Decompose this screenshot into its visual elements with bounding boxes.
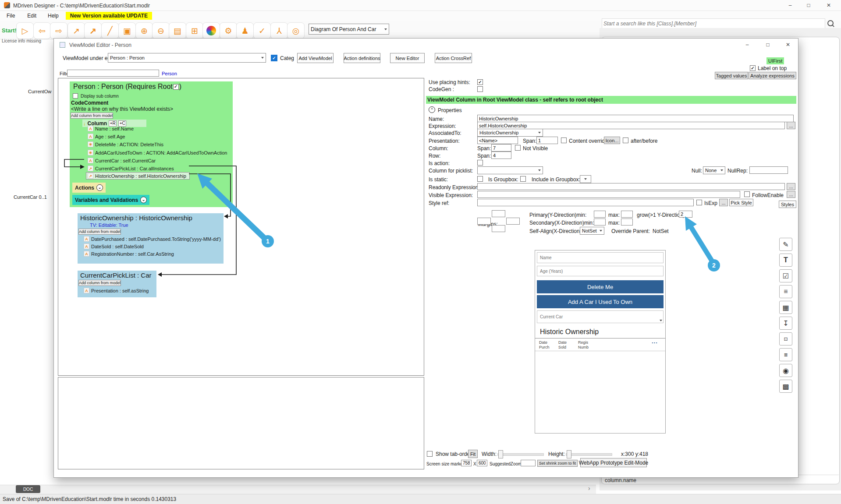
preview-current-car-input[interactable] xyxy=(537,310,664,323)
tree-row[interactable]: APresentation : self.asString xyxy=(84,288,149,293)
list-select-icon[interactable]: ≡ xyxy=(779,285,792,298)
calendar-icon[interactable]: ▦ xyxy=(779,301,792,314)
back-arrow-icon[interactable]: ⇦ xyxy=(33,22,51,39)
is-groupbox-checkbox[interactable] xyxy=(520,176,526,182)
tree-row[interactable]: AName : self.Name xyxy=(88,126,134,131)
scroll-right-icon[interactable]: › xyxy=(588,485,590,492)
readonly-ellipsis-button[interactable]: ... xyxy=(787,183,795,190)
self-align-select[interactable]: NotSet xyxy=(580,227,604,235)
preview-name-input[interactable] xyxy=(537,252,664,263)
fit-button[interactable]: Fit xyxy=(468,450,478,458)
codegen-checkbox[interactable] xyxy=(477,86,483,92)
minimize-button[interactable]: – xyxy=(783,1,798,10)
image-icon[interactable]: ▩ xyxy=(779,380,792,393)
presentation-span-field[interactable] xyxy=(536,137,558,144)
follow-enable-checkbox[interactable] xyxy=(744,191,750,197)
tagged-values-button[interactable]: Tagged values xyxy=(715,72,748,79)
include-groupbox-select[interactable] xyxy=(580,175,591,183)
nullrep-field[interactable] xyxy=(749,166,788,174)
analyze-expressions-button[interactable]: Analyze expressions xyxy=(749,72,796,79)
properties-collapse-icon[interactable]: ^ xyxy=(429,106,435,113)
diagram-selector[interactable]: Diagram Of Person And Car xyxy=(309,24,389,35)
icon-button[interactable]: Icon... xyxy=(604,137,620,144)
height-slider-thumb[interactable] xyxy=(567,450,571,458)
into-box-icon[interactable]: ⊡ xyxy=(779,332,792,345)
grow-field[interactable] xyxy=(679,211,692,218)
list-box-icon[interactable]: ≣ xyxy=(779,348,792,361)
height-slider-track[interactable] xyxy=(566,453,612,456)
tree-row[interactable]: AAge : self.Age xyxy=(88,134,125,139)
zoom-in-icon[interactable]: ⊕ xyxy=(135,22,153,39)
tree-row[interactable]: ACurrentCar : self.CurrentCar xyxy=(88,158,156,163)
window-run-icon[interactable]: ⊞ xyxy=(186,22,203,39)
chevron-down-icon[interactable] xyxy=(660,320,662,321)
screen-width-field[interactable] xyxy=(461,460,472,466)
action-definitions-button[interactable]: Action definitions xyxy=(344,53,380,63)
primary-max-field[interactable] xyxy=(621,211,633,218)
width-slider-track[interactable] xyxy=(497,453,544,456)
margin-right-field[interactable] xyxy=(506,218,520,225)
associatedto-select[interactable]: HistoricOwnership xyxy=(477,129,543,137)
add-viewmodel-button[interactable]: Add ViewModel xyxy=(297,53,334,63)
actions-expander[interactable]: Actions⌄ xyxy=(72,183,106,193)
preview-delete-button[interactable]: Delete Me xyxy=(537,280,664,293)
import-icon[interactable]: ↧ xyxy=(779,317,792,330)
add-column-from-model-button[interactable]: Add column from model xyxy=(71,113,113,119)
association-arrow-icon[interactable]: ↗ xyxy=(84,22,102,39)
start-label[interactable]: Start! xyxy=(2,27,17,34)
new-editor-button[interactable]: New Editor xyxy=(390,53,425,63)
is-action-checkbox[interactable] xyxy=(477,160,483,166)
isexp-checkbox[interactable] xyxy=(696,200,702,205)
tree-row[interactable]: ADatePurchased : self.DatePurchased.ToSt… xyxy=(84,236,221,242)
frame-pointer-icon[interactable]: ▣ xyxy=(118,22,136,39)
run-icon[interactable]: ▷ xyxy=(16,22,34,39)
historic-ownership-box[interactable]: HistoricOwnership : HistoricOwnership TV… xyxy=(78,213,224,264)
filter-input[interactable] xyxy=(67,70,159,77)
preview-row-menu-dots[interactable]: ... xyxy=(652,338,658,345)
row-span-field[interactable] xyxy=(491,152,511,159)
width-slider-thumb[interactable] xyxy=(498,450,503,458)
display-sub-column-checkbox[interactable] xyxy=(73,93,78,99)
filter-class-link[interactable]: Person xyxy=(162,71,177,76)
styles-button[interactable]: Styles xyxy=(779,201,796,208)
column-span-field[interactable] xyxy=(491,144,511,152)
person-link-icon[interactable]: ♟ xyxy=(236,22,254,39)
maximize-button[interactable]: □ xyxy=(801,1,816,10)
add-column-from-model-button[interactable]: Add column from model xyxy=(78,280,121,286)
tree-row[interactable]: ARegistrationNumber : self.Car.AsString xyxy=(84,251,174,257)
label-on-top-checkbox[interactable]: ✓ xyxy=(750,65,756,71)
update-banner[interactable]: New Version available UPDATE xyxy=(66,12,152,20)
globe-icon[interactable]: ◉ xyxy=(779,364,792,377)
variables-expander[interactable]: Variables and Validations⌄ xyxy=(72,195,149,205)
color-wheel-button[interactable] xyxy=(202,22,220,39)
action-crossref-button[interactable]: Action CrossRef xyxy=(435,53,472,63)
menu-edit[interactable]: Edit xyxy=(27,13,36,19)
expression-ellipsis-button[interactable]: ... xyxy=(787,122,795,129)
checkbox-icon[interactable]: ☑ xyxy=(779,269,792,282)
not-visible-checkbox[interactable] xyxy=(515,145,521,151)
tree-row[interactable]: ↗CurrentCarPickList : Car.allInstances xyxy=(88,166,174,171)
visible-ellipsis-button[interactable]: ... xyxy=(787,191,795,198)
screen-height-field[interactable] xyxy=(477,460,487,466)
column-for-picklist-select[interactable] xyxy=(477,166,543,174)
edit-icon[interactable]: ✎ xyxy=(779,238,792,251)
add-column-from-model-button[interactable]: Add column from model xyxy=(78,229,121,235)
viewmodel-root-box[interactable]: Person : Person (Requires Root✓) Display… xyxy=(70,81,233,207)
tree-row[interactable]: ✳DeleteMe : ACTION: DeleteThis xyxy=(88,141,163,147)
name-field[interactable] xyxy=(477,115,794,122)
suggested-zoom-field[interactable] xyxy=(521,460,536,466)
menu-file[interactable]: File xyxy=(7,13,15,19)
close-button[interactable]: ✕ xyxy=(821,1,836,10)
canvas-hscrollbar[interactable] xyxy=(0,485,596,495)
margin-top-field[interactable] xyxy=(492,210,505,217)
margin-bottom-field[interactable] xyxy=(492,225,505,232)
webapp-prototype-button[interactable]: WebApp Prototype Edit-Mode xyxy=(580,458,647,467)
pick-style-button[interactable]: Pick Style xyxy=(729,199,753,206)
hierarchy-icon[interactable]: ⅄ xyxy=(270,22,288,39)
preview-age-input[interactable] xyxy=(537,266,664,276)
editor-minimize-button[interactable]: – xyxy=(740,40,755,49)
tree-row[interactable]: ADateSold : self.DateSold xyxy=(84,243,144,249)
requires-root-checkbox[interactable]: ✓ xyxy=(173,84,179,90)
tree-row-selected[interactable]: ↗HistoricOwnership : self.HistoricOwners… xyxy=(88,173,186,179)
picklist-box[interactable]: CurrentCarPickList : Car Add column from… xyxy=(78,271,156,297)
